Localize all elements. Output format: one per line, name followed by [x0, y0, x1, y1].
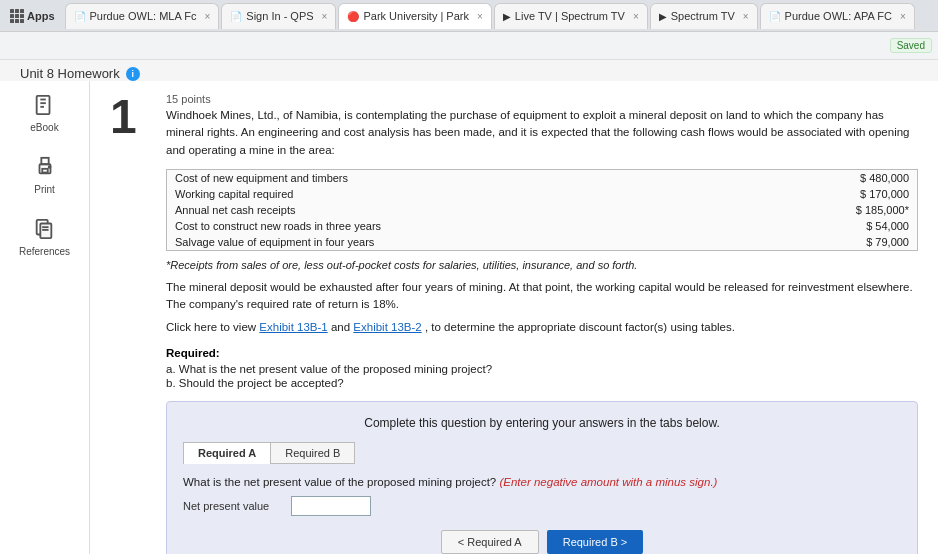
ebook-label: eBook [30, 122, 58, 133]
sidebar: eBook Print Refe [0, 81, 90, 554]
breadcrumb-area: Unit 8 Homework i [0, 60, 938, 81]
row-value: $ 79,000 [739, 234, 917, 250]
tab-icon: ▶ [503, 11, 511, 22]
question-body: 15 points Windhoek Mines, Ltd., of Namib… [166, 93, 918, 554]
apps-grid-icon [10, 9, 24, 23]
page-title: Unit 8 Homework [20, 66, 120, 81]
sidebar-item-ebook[interactable]: eBook [30, 91, 58, 133]
row-label: Working capital required [167, 186, 739, 202]
tab-purdue-owl-apa[interactable]: 📄 Purdue OWL: APA FC × [760, 3, 915, 29]
question-container: 1 15 points Windhoek Mines, Ltd., of Nam… [110, 93, 918, 554]
prev-button[interactable]: < Required A [441, 530, 539, 554]
info-icon[interactable]: i [126, 67, 140, 81]
tab-required-b[interactable]: Required B [270, 442, 355, 464]
tab-spectrum-tv[interactable]: ▶ Spectrum TV × [650, 3, 758, 29]
mineral-text: The mineral deposit would be exhausted a… [166, 279, 918, 314]
exhibit-1-link[interactable]: Exhibit 13B-1 [259, 321, 327, 333]
required-label: Required: [166, 347, 918, 359]
row-value: $ 54,000 [739, 218, 917, 234]
sidebar-item-print[interactable]: Print [31, 153, 59, 195]
tab-required-a[interactable]: Required A [183, 442, 270, 464]
row-label: Cost to construct new roads in three yea… [167, 218, 739, 234]
question-text: Windhoek Mines, Ltd., of Namibia, is con… [166, 107, 918, 159]
exhibit-suffix: , to determine the appropriate discount … [425, 321, 735, 333]
exhibit-2-link[interactable]: Exhibit 13B-2 [353, 321, 421, 333]
tab-purdue-owl-mla[interactable]: 📄 Purdue OWL: MLA Fc × [65, 3, 220, 29]
print-label: Print [34, 184, 55, 195]
tab-close-icon[interactable]: × [322, 11, 328, 22]
table-row: Cost of new equipment and timbers$ 480,0… [167, 170, 917, 186]
net-present-value-input[interactable] [291, 496, 371, 516]
tab-question-highlight: (Enter negative amount with a minus sign… [499, 476, 717, 488]
browser-tabs: 📄 Purdue OWL: MLA Fc × 📄 Sign In - QPS ×… [65, 3, 933, 29]
tab-icon: 📄 [769, 11, 781, 22]
apps-label: Apps [27, 10, 55, 22]
tab-label: Spectrum TV [671, 10, 735, 22]
row-label: Cost of new equipment and timbers [167, 170, 739, 186]
answer-box: Complete this question by entering your … [166, 401, 918, 555]
ebook-icon [30, 91, 58, 119]
input-label: Net present value [183, 500, 283, 512]
svg-rect-9 [41, 224, 52, 239]
exhibit-and: and [331, 321, 353, 333]
row-value: $ 480,000 [739, 170, 917, 186]
row-value: $ 185,000* [739, 202, 917, 218]
row-label: Salvage value of equipment in four years [167, 234, 739, 250]
next-button[interactable]: Required B > [547, 530, 644, 554]
apps-button[interactable]: Apps [6, 9, 59, 23]
points-text: points [181, 93, 210, 105]
row-label: Annual net cash receipts [167, 202, 739, 218]
table-row: Salvage value of equipment in four years… [167, 234, 917, 250]
footnote: *Receipts from sales of ore, less out-of… [166, 259, 918, 271]
page-title-area: Unit 8 Homework i [20, 66, 918, 81]
tab-close-icon[interactable]: × [477, 11, 483, 22]
references-icon [30, 215, 58, 243]
required-item-b: b. Should the project be accepted? [166, 377, 918, 389]
row-value: $ 170,000 [739, 186, 917, 202]
main-layout: eBook Print Refe [0, 81, 938, 554]
tab-close-icon[interactable]: × [633, 11, 639, 22]
tab-label: Purdue OWL: APA FC [785, 10, 892, 22]
points-value: 15 [166, 93, 178, 105]
exhibit-text: Click here to view Exhibit 13B-1 and Exh… [166, 319, 918, 336]
required-items: a. What is the net present value of the … [166, 363, 918, 389]
tab-sign-in-qps[interactable]: 📄 Sign In - QPS × [221, 3, 336, 29]
tab-question: What is the net present value of the pro… [183, 476, 901, 488]
tab-close-icon[interactable]: × [900, 11, 906, 22]
table-row: Cost to construct new roads in three yea… [167, 218, 917, 234]
tab-close-icon[interactable]: × [743, 11, 749, 22]
exhibit-click-label: Click here to view [166, 321, 259, 333]
required-item-a: a. What is the net present value of the … [166, 363, 918, 375]
sidebar-item-references[interactable]: References [19, 215, 70, 257]
tab-question-text: What is the net present value of the pro… [183, 476, 496, 488]
table-row: Working capital required$ 170,000 [167, 186, 917, 202]
saved-badge: Saved [890, 38, 932, 53]
main-content: 1 15 points Windhoek Mines, Ltd., of Nam… [90, 81, 938, 554]
references-label: References [19, 246, 70, 257]
svg-point-7 [48, 166, 50, 168]
answer-box-title: Complete this question by entering your … [183, 416, 901, 430]
table-row: Annual net cash receipts$ 185,000* [167, 202, 917, 218]
nav-bar: Saved [0, 32, 938, 60]
svg-rect-6 [42, 169, 48, 173]
tab-live-tv[interactable]: ▶ Live TV | Spectrum TV × [494, 3, 648, 29]
print-icon [31, 153, 59, 181]
browser-bar: Apps 📄 Purdue OWL: MLA Fc × 📄 Sign In - … [0, 0, 938, 32]
cash-flow-table: Cost of new equipment and timbers$ 480,0… [167, 170, 917, 250]
tab-label: Purdue OWL: MLA Fc [90, 10, 197, 22]
svg-rect-5 [41, 158, 48, 164]
tab-label: Park University | Park [363, 10, 469, 22]
tab-label: Sign In - QPS [246, 10, 313, 22]
input-row: Net present value [183, 496, 901, 516]
tabs-row: Required A Required B [183, 442, 901, 464]
tab-park-university[interactable]: 🔴 Park University | Park × [338, 3, 491, 29]
tab-icon: 📄 [74, 11, 86, 22]
question-number: 1 [110, 93, 150, 554]
required-section: Required: a. What is the net present val… [166, 347, 918, 389]
tab-icon: 📄 [230, 11, 242, 22]
data-table: Cost of new equipment and timbers$ 480,0… [166, 169, 918, 251]
points-label: 15 points [166, 93, 918, 105]
tab-close-icon[interactable]: × [204, 11, 210, 22]
nav-buttons: < Required A Required B > [183, 530, 901, 554]
tab-icon: ▶ [659, 11, 667, 22]
